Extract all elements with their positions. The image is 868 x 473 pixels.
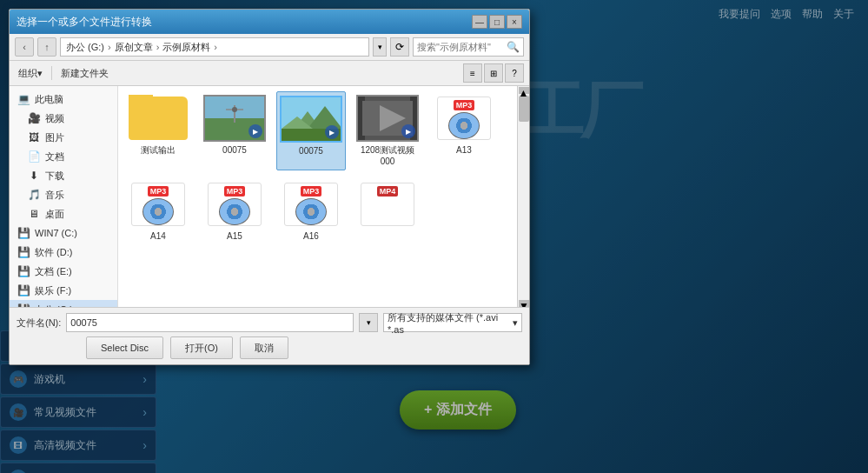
filename-input[interactable] (66, 313, 354, 332)
scroll-down-arrow[interactable]: ▼ (519, 300, 529, 307)
item-label: A13 (456, 144, 472, 156)
picture-folder-icon: 🖼 (27, 130, 41, 144)
item-label: 00075 (299, 145, 323, 157)
list-view-button[interactable]: ≡ (463, 63, 482, 83)
sidebar-item-download[interactable]: ⬇ 下载 (10, 166, 117, 185)
filetype-dropdown[interactable]: 所有支持的媒体文件 (*.avi *.as ▾ (383, 313, 522, 332)
path-dropdown[interactable]: ▾ (373, 37, 387, 57)
svg-point-4 (232, 107, 237, 112)
sidebar-item-video[interactable]: 🎥 视频 (10, 109, 117, 128)
grid-view-button[interactable]: ⊞ (484, 63, 503, 83)
titlebar-buttons: — □ × (472, 15, 522, 29)
play-badge-selected: ▶ (325, 125, 339, 139)
path-sep-0: › (108, 42, 111, 52)
picture-label: 图片 (45, 131, 64, 144)
item-label: A15 (227, 230, 242, 242)
sidebar-item-entertainment[interactable]: 💾 娱乐 (F:) (10, 281, 117, 300)
search-box[interactable]: 🔍 (413, 37, 524, 57)
mp3-icon: MP3 (208, 183, 262, 226)
video-thumbnail-dark: ▶ (356, 95, 419, 142)
mp3-icon: MP3 (131, 183, 185, 226)
sidebar-item-music[interactable]: 🎵 音乐 (10, 185, 117, 204)
sidebar-item-docs[interactable]: 💾 文档 (E:) (10, 262, 117, 281)
search-input[interactable] (417, 42, 504, 52)
video-thumbnail-selected: ▶ (280, 96, 342, 143)
list-item[interactable]: ▶ ▶ (200, 91, 269, 170)
video-thumbnail: ▶ ▶ (203, 95, 266, 142)
list-item[interactable]: ▶ 1208测试视频000 (353, 91, 422, 170)
mp4-thumb: MP4 (356, 181, 419, 228)
list-item[interactable]: MP3 A13 (429, 91, 499, 170)
sidebar-section: 💻 此电脑 🎥 视频 🖼 图片 📄 文档 (10, 86, 117, 307)
entertainment-drive-icon: 💾 (17, 283, 30, 297)
minimize-button[interactable]: — (472, 15, 487, 29)
win7-drive-icon: 💾 (17, 226, 30, 240)
cancel-button[interactable]: 取消 (240, 336, 288, 359)
win7-label: WIN7 (C:) (35, 228, 77, 238)
path-part-2: 示例原材料 (162, 41, 210, 54)
sidebar-item-desktop[interactable]: 🖥 桌面 (10, 204, 117, 223)
folder-icon (129, 97, 188, 140)
dialog-title: 选择一个或多个文件进行转换 (17, 15, 472, 30)
back-button[interactable]: ‹ (15, 37, 34, 57)
up-button[interactable]: ↑ (37, 37, 56, 57)
filename-row: 文件名(N): ▾ 所有支持的媒体文件 (*.avi *.as ▾ (17, 313, 522, 332)
filename-label: 文件名(N): (17, 316, 61, 330)
open-button[interactable]: 打开(O) (170, 336, 233, 359)
sidebar-item-office[interactable]: 💾 办公 (G:) (10, 300, 117, 307)
list-item[interactable]: 测试输出 (123, 91, 193, 170)
computer-icon: 💻 (17, 92, 30, 106)
desktop-label: 桌面 (45, 208, 64, 221)
maximize-button[interactable]: □ (489, 15, 505, 29)
mp3-disc (219, 198, 250, 225)
toolbar-separator (51, 66, 52, 80)
dialog-body: 💻 此电脑 🎥 视频 🖼 图片 📄 文档 (10, 86, 529, 307)
software-drive-icon: 💾 (17, 245, 30, 259)
mp3-disc (448, 112, 480, 139)
list-item[interactable]: MP3 A14 (123, 177, 193, 245)
path-bar[interactable]: 办公 (G:) › 原创文章 › 示例原材料 › (60, 37, 369, 57)
sidebar-item-win7[interactable]: 💾 WIN7 (C:) (10, 223, 117, 243)
list-item[interactable]: ▶ 00075 (276, 91, 346, 170)
mp3-icon: MP3 (284, 183, 338, 226)
mp3-badge: MP3 (224, 186, 246, 197)
computer-label: 此电脑 (35, 93, 63, 106)
mp3-icon: MP3 (437, 97, 491, 140)
list-item[interactable]: MP4 (353, 177, 422, 245)
mp3-badge: MP3 (148, 186, 169, 197)
grid-items-container: 测试输出 ▶ (123, 91, 524, 245)
play-badge-2: ▶ (248, 124, 262, 138)
sidebar-item-picture[interactable]: 🖼 图片 (10, 128, 117, 147)
music-folder-icon: 🎵 (27, 188, 41, 202)
help-button[interactable]: ? (505, 63, 524, 83)
item-label: A16 (303, 230, 319, 242)
scroll-thumb[interactable] (519, 96, 529, 122)
video-thumb-container: ▶ ▶ (203, 95, 266, 142)
docs-drive-icon: 💾 (17, 264, 30, 278)
vertical-scrollbar[interactable]: ▲ ▼ (517, 86, 529, 307)
dialog-bottom: 文件名(N): ▾ 所有支持的媒体文件 (*.avi *.as ▾ Select… (10, 307, 529, 364)
organize-button[interactable]: 组织▾ (15, 65, 46, 82)
sidebar-item-computer[interactable]: 💻 此电脑 (10, 90, 117, 109)
video-folder-icon: 🎥 (27, 111, 41, 125)
search-icon: 🔍 (507, 41, 520, 53)
item-label: 1208测试视频000 (361, 144, 414, 167)
video-thumb-dark-container: ▶ (356, 95, 419, 142)
desktop-icon: 🖥 (27, 207, 41, 221)
video-thumb-container-selected: ▶ (280, 96, 342, 143)
sidebar-item-document[interactable]: 📄 文档 (10, 147, 117, 166)
close-button[interactable]: × (507, 15, 522, 29)
sidebar-item-software[interactable]: 💾 软件 (D:) (10, 243, 117, 262)
list-item[interactable]: MP3 A15 (200, 177, 269, 245)
scroll-up-arrow[interactable]: ▲ (519, 87, 529, 94)
mp3-badge: MP3 (454, 100, 475, 110)
music-label: 音乐 (45, 189, 64, 202)
mp3-thumb-a14: MP3 (127, 181, 189, 228)
list-item[interactable]: MP3 A16 (276, 177, 346, 245)
new-folder-button[interactable]: 新建文件夹 (57, 65, 112, 82)
select-disc-button[interactable]: Select Disc (86, 336, 163, 359)
video-label: 视频 (45, 112, 64, 125)
filename-dropdown[interactable]: ▾ (359, 313, 378, 332)
dialog-sidebar: 💻 此电脑 🎥 视频 🖼 图片 📄 文档 (10, 86, 118, 307)
refresh-button[interactable]: ⟳ (390, 37, 409, 57)
